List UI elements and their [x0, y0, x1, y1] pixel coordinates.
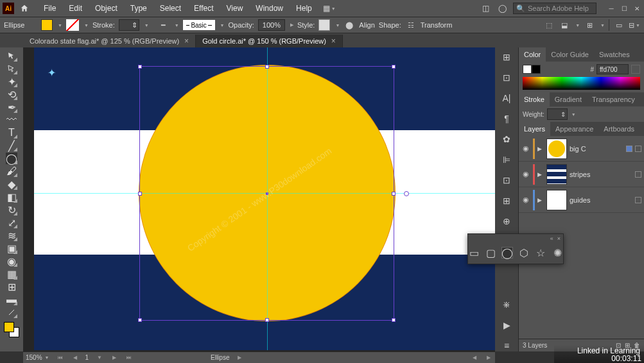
- recolor-icon[interactable]: ⬤: [344, 19, 355, 31]
- chevron-right-icon[interactable]: ▶: [537, 197, 544, 203]
- selected-indicator[interactable]: [626, 146, 632, 152]
- direct-selection-tool[interactable]: [6, 63, 17, 74]
- home-button[interactable]: [18, 2, 31, 15]
- shape-icon[interactable]: ☷: [405, 19, 417, 31]
- maximize-button[interactable]: ☐: [620, 4, 629, 13]
- ellipse-tool-icon[interactable]: ◯: [501, 247, 513, 258]
- close-icon[interactable]: ×: [557, 235, 561, 242]
- panel-collapse-icon[interactable]: «: [550, 235, 553, 242]
- chevron-right-icon[interactable]: ▶: [537, 146, 544, 152]
- menu-window[interactable]: Window: [249, 4, 290, 13]
- close-icon[interactable]: ×: [184, 37, 189, 46]
- brush-def[interactable]: Basic: [183, 20, 215, 30]
- type-tool[interactable]: T: [6, 127, 17, 139]
- target-indicator[interactable]: [635, 171, 641, 178]
- star-tool-icon[interactable]: ☆: [535, 247, 546, 258]
- gradient-tool[interactable]: ▬: [6, 294, 17, 305]
- menu-effect[interactable]: Effect: [187, 4, 220, 13]
- isolate-icon[interactable]: ⬚: [543, 19, 555, 31]
- align-panel-icon[interactable]: ⊫: [501, 154, 512, 165]
- layer-row[interactable]: ◉ ▶ guides: [519, 187, 644, 213]
- opacity-input[interactable]: 100%: [258, 19, 285, 31]
- info-icon[interactable]: ⊕: [501, 215, 512, 227]
- menu-edit[interactable]: Edit: [62, 4, 89, 13]
- tab-libraries[interactable]: Libraries: [640, 122, 644, 136]
- zoom-value[interactable]: 150%: [26, 354, 42, 361]
- next-page-icon[interactable]: ▶: [110, 355, 118, 360]
- menu-view[interactable]: View: [220, 4, 250, 13]
- hex-input[interactable]: ffd700: [596, 64, 629, 74]
- tab-transparency[interactable]: Transparency: [587, 92, 640, 106]
- scale-tool[interactable]: ⤢: [6, 217, 17, 228]
- fill-stroke-swatch[interactable]: [4, 322, 19, 337]
- free-transform-tool[interactable]: ▣: [6, 242, 17, 254]
- char-icon[interactable]: A|: [501, 92, 512, 104]
- cloud-icon[interactable]: ◫: [480, 3, 491, 14]
- tab-color[interactable]: Color: [519, 47, 546, 62]
- line-tool[interactable]: ╱: [6, 140, 17, 151]
- lasso-tool[interactable]: ⟲: [6, 89, 17, 100]
- tab-layers[interactable]: Layers: [519, 122, 550, 136]
- layer-row[interactable]: ◉ ▶ big C: [519, 136, 644, 162]
- eraser-tool[interactable]: ◧: [6, 191, 17, 203]
- close-button[interactable]: ✕: [632, 4, 641, 13]
- glyphs-icon[interactable]: ✿: [501, 133, 512, 145]
- fill-swatch[interactable]: [41, 19, 53, 31]
- last-page-icon[interactable]: ⏭: [125, 355, 134, 360]
- workspace-btn[interactable]: ⊟▼: [629, 19, 640, 31]
- menu-type[interactable]: Type: [124, 4, 153, 13]
- fill-mini-swatch[interactable]: [523, 65, 532, 74]
- polygon-tool-icon[interactable]: ⬡: [518, 247, 530, 258]
- mesh-tool[interactable]: ⊞: [6, 281, 17, 292]
- eye-icon[interactable]: ◉: [521, 196, 530, 205]
- weight-input[interactable]: ⇕: [547, 108, 568, 120]
- eyedropper-tool[interactable]: ⟋: [6, 307, 17, 318]
- shape-builder-tool[interactable]: ◉: [6, 255, 17, 267]
- flare-tool-icon[interactable]: ✺: [552, 247, 563, 258]
- tab-stroke[interactable]: Stroke: [519, 92, 550, 106]
- layer-row[interactable]: ◉ ▶ stripes: [519, 162, 644, 187]
- stroke-mini-swatch[interactable]: [532, 65, 541, 74]
- pathfinder-icon[interactable]: ⊡: [501, 174, 512, 186]
- mask-icon[interactable]: ⬓: [559, 19, 570, 31]
- pen-tool[interactable]: ✒: [6, 101, 17, 113]
- menu-icon[interactable]: ≡: [501, 340, 512, 351]
- canvas[interactable]: ✦ Copyright © 2001 - www.P30download.com: [23, 47, 495, 351]
- page-num[interactable]: 1: [85, 354, 89, 361]
- search-input[interactable]: 🔍 Search Adobe Help: [513, 3, 596, 14]
- eye-icon[interactable]: ◉: [521, 170, 530, 179]
- lightbulb-icon[interactable]: ◯: [496, 3, 508, 14]
- width-tool[interactable]: ≋: [6, 230, 17, 241]
- ellipse-tool[interactable]: ◯: [6, 153, 17, 164]
- para-icon[interactable]: ¶: [501, 113, 512, 124]
- eye-icon[interactable]: ◉: [521, 144, 530, 153]
- menu-object[interactable]: Object: [89, 4, 124, 13]
- rotate-tool[interactable]: ↻: [6, 204, 17, 215]
- selection-box[interactable]: [139, 66, 394, 321]
- rounded-rect-icon[interactable]: ▢: [485, 247, 496, 258]
- arrange-icon[interactable]: ▦▼: [324, 3, 335, 14]
- prev-page-icon[interactable]: ◀: [71, 355, 79, 360]
- shaper-tool[interactable]: ◆: [6, 178, 17, 190]
- properties-icon[interactable]: ⊞: [501, 51, 512, 63]
- wheel-icon[interactable]: ⛯: [501, 299, 512, 310]
- tab-colorado[interactable]: Colorado state flag.ai* @ 125 % (RGB/Pre…: [23, 35, 196, 47]
- target-indicator[interactable]: [635, 146, 641, 152]
- magic-wand-tool[interactable]: ✦: [6, 76, 17, 87]
- scroll-left-icon[interactable]: ◀: [471, 355, 478, 360]
- style-swatch[interactable]: [318, 19, 330, 31]
- menu-file[interactable]: File: [37, 4, 62, 13]
- tab-swatches[interactable]: Swatches: [594, 47, 635, 62]
- shape-floating-panel[interactable]: « × ▭ ▢ ◯ ⬡ ☆ ✺: [467, 233, 564, 264]
- minimize-button[interactable]: ─: [607, 4, 616, 13]
- curvature-tool[interactable]: 〰: [6, 114, 17, 126]
- tab-gradient[interactable]: Gradient: [550, 92, 587, 106]
- rect-tool-icon[interactable]: ▭: [468, 247, 480, 258]
- x-coord-icon[interactable]: ⊞: [584, 19, 595, 31]
- target-indicator[interactable]: [635, 197, 641, 203]
- libraries-icon[interactable]: ⊡: [501, 72, 512, 83]
- first-page-icon[interactable]: ⏮: [56, 355, 65, 360]
- essentials-icon[interactable]: ▭: [613, 19, 625, 31]
- perspective-tool[interactable]: ▦: [6, 268, 17, 280]
- tab-color-guide[interactable]: Color Guide: [546, 47, 594, 62]
